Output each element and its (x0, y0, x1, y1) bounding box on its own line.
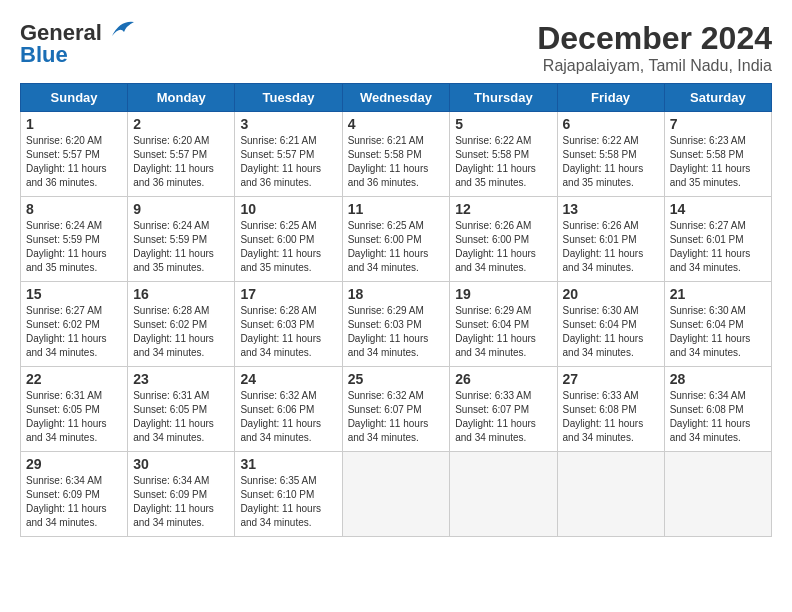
weekday-header: Wednesday (342, 84, 450, 112)
day-info: Sunrise: 6:20 AM Sunset: 5:57 PM Dayligh… (133, 134, 229, 190)
logo-blue: Blue (20, 42, 68, 68)
calendar-day-cell: 18Sunrise: 6:29 AM Sunset: 6:03 PM Dayli… (342, 282, 450, 367)
day-number: 5 (455, 116, 551, 132)
weekday-header: Monday (128, 84, 235, 112)
day-number: 29 (26, 456, 122, 472)
calendar-body: 1Sunrise: 6:20 AM Sunset: 5:57 PM Daylig… (21, 112, 772, 537)
day-number: 15 (26, 286, 122, 302)
day-info: Sunrise: 6:34 AM Sunset: 6:09 PM Dayligh… (133, 474, 229, 530)
logo: General Blue (20, 20, 136, 68)
day-info: Sunrise: 6:28 AM Sunset: 6:02 PM Dayligh… (133, 304, 229, 360)
calendar-day-cell: 10Sunrise: 6:25 AM Sunset: 6:00 PM Dayli… (235, 197, 342, 282)
day-number: 30 (133, 456, 229, 472)
day-number: 9 (133, 201, 229, 217)
day-info: Sunrise: 6:31 AM Sunset: 6:05 PM Dayligh… (26, 389, 122, 445)
calendar-day-cell: 13Sunrise: 6:26 AM Sunset: 6:01 PM Dayli… (557, 197, 664, 282)
day-number: 8 (26, 201, 122, 217)
day-info: Sunrise: 6:21 AM Sunset: 5:57 PM Dayligh… (240, 134, 336, 190)
day-number: 17 (240, 286, 336, 302)
weekday-header: Sunday (21, 84, 128, 112)
weekday-header: Friday (557, 84, 664, 112)
calendar-day-cell: 12Sunrise: 6:26 AM Sunset: 6:00 PM Dayli… (450, 197, 557, 282)
day-info: Sunrise: 6:25 AM Sunset: 6:00 PM Dayligh… (240, 219, 336, 275)
day-number: 16 (133, 286, 229, 302)
day-info: Sunrise: 6:26 AM Sunset: 6:01 PM Dayligh… (563, 219, 659, 275)
calendar-week-row: 15Sunrise: 6:27 AM Sunset: 6:02 PM Dayli… (21, 282, 772, 367)
day-info: Sunrise: 6:22 AM Sunset: 5:58 PM Dayligh… (563, 134, 659, 190)
day-info: Sunrise: 6:24 AM Sunset: 5:59 PM Dayligh… (26, 219, 122, 275)
day-number: 31 (240, 456, 336, 472)
calendar-day-cell: 3Sunrise: 6:21 AM Sunset: 5:57 PM Daylig… (235, 112, 342, 197)
calendar-day-cell: 6Sunrise: 6:22 AM Sunset: 5:58 PM Daylig… (557, 112, 664, 197)
calendar-subtitle: Rajapalaiyam, Tamil Nadu, India (537, 57, 772, 75)
calendar-day-cell: 8Sunrise: 6:24 AM Sunset: 5:59 PM Daylig… (21, 197, 128, 282)
calendar-day-cell: 28Sunrise: 6:34 AM Sunset: 6:08 PM Dayli… (664, 367, 771, 452)
page-header: General Blue December 2024 Rajapalaiyam,… (20, 20, 772, 75)
day-number: 26 (455, 371, 551, 387)
day-info: Sunrise: 6:34 AM Sunset: 6:08 PM Dayligh… (670, 389, 766, 445)
day-number: 10 (240, 201, 336, 217)
day-number: 28 (670, 371, 766, 387)
calendar-day-cell: 31Sunrise: 6:35 AM Sunset: 6:10 PM Dayli… (235, 452, 342, 537)
day-number: 7 (670, 116, 766, 132)
calendar-day-cell: 9Sunrise: 6:24 AM Sunset: 5:59 PM Daylig… (128, 197, 235, 282)
day-info: Sunrise: 6:22 AM Sunset: 5:58 PM Dayligh… (455, 134, 551, 190)
day-info: Sunrise: 6:21 AM Sunset: 5:58 PM Dayligh… (348, 134, 445, 190)
day-number: 23 (133, 371, 229, 387)
day-info: Sunrise: 6:27 AM Sunset: 6:02 PM Dayligh… (26, 304, 122, 360)
day-number: 3 (240, 116, 336, 132)
day-number: 22 (26, 371, 122, 387)
day-info: Sunrise: 6:34 AM Sunset: 6:09 PM Dayligh… (26, 474, 122, 530)
day-info: Sunrise: 6:30 AM Sunset: 6:04 PM Dayligh… (670, 304, 766, 360)
calendar-table: SundayMondayTuesdayWednesdayThursdayFrid… (20, 83, 772, 537)
calendar-day-cell: 14Sunrise: 6:27 AM Sunset: 6:01 PM Dayli… (664, 197, 771, 282)
day-number: 18 (348, 286, 445, 302)
calendar-day-cell: 2Sunrise: 6:20 AM Sunset: 5:57 PM Daylig… (128, 112, 235, 197)
weekday-header: Tuesday (235, 84, 342, 112)
day-info: Sunrise: 6:27 AM Sunset: 6:01 PM Dayligh… (670, 219, 766, 275)
day-info: Sunrise: 6:32 AM Sunset: 6:06 PM Dayligh… (240, 389, 336, 445)
day-number: 24 (240, 371, 336, 387)
calendar-week-row: 22Sunrise: 6:31 AM Sunset: 6:05 PM Dayli… (21, 367, 772, 452)
calendar-week-row: 8Sunrise: 6:24 AM Sunset: 5:59 PM Daylig… (21, 197, 772, 282)
calendar-day-cell: 27Sunrise: 6:33 AM Sunset: 6:08 PM Dayli… (557, 367, 664, 452)
day-info: Sunrise: 6:28 AM Sunset: 6:03 PM Dayligh… (240, 304, 336, 360)
calendar-day-cell: 19Sunrise: 6:29 AM Sunset: 6:04 PM Dayli… (450, 282, 557, 367)
title-block: December 2024 Rajapalaiyam, Tamil Nadu, … (537, 20, 772, 75)
day-info: Sunrise: 6:24 AM Sunset: 5:59 PM Dayligh… (133, 219, 229, 275)
day-info: Sunrise: 6:29 AM Sunset: 6:04 PM Dayligh… (455, 304, 551, 360)
calendar-day-cell: 26Sunrise: 6:33 AM Sunset: 6:07 PM Dayli… (450, 367, 557, 452)
calendar-day-cell: 5Sunrise: 6:22 AM Sunset: 5:58 PM Daylig… (450, 112, 557, 197)
calendar-day-cell: 16Sunrise: 6:28 AM Sunset: 6:02 PM Dayli… (128, 282, 235, 367)
calendar-day-cell: 24Sunrise: 6:32 AM Sunset: 6:06 PM Dayli… (235, 367, 342, 452)
calendar-day-cell: 25Sunrise: 6:32 AM Sunset: 6:07 PM Dayli… (342, 367, 450, 452)
logo-bird-icon (104, 18, 136, 40)
weekday-header: Thursday (450, 84, 557, 112)
day-info: Sunrise: 6:33 AM Sunset: 6:07 PM Dayligh… (455, 389, 551, 445)
calendar-week-row: 1Sunrise: 6:20 AM Sunset: 5:57 PM Daylig… (21, 112, 772, 197)
calendar-day-cell: 1Sunrise: 6:20 AM Sunset: 5:57 PM Daylig… (21, 112, 128, 197)
calendar-title: December 2024 (537, 20, 772, 57)
day-number: 6 (563, 116, 659, 132)
calendar-day-cell (664, 452, 771, 537)
day-info: Sunrise: 6:29 AM Sunset: 6:03 PM Dayligh… (348, 304, 445, 360)
day-number: 12 (455, 201, 551, 217)
day-number: 27 (563, 371, 659, 387)
day-number: 20 (563, 286, 659, 302)
day-info: Sunrise: 6:32 AM Sunset: 6:07 PM Dayligh… (348, 389, 445, 445)
calendar-header: SundayMondayTuesdayWednesdayThursdayFrid… (21, 84, 772, 112)
day-number: 11 (348, 201, 445, 217)
calendar-day-cell (557, 452, 664, 537)
day-info: Sunrise: 6:20 AM Sunset: 5:57 PM Dayligh… (26, 134, 122, 190)
day-number: 13 (563, 201, 659, 217)
day-number: 4 (348, 116, 445, 132)
calendar-week-row: 29Sunrise: 6:34 AM Sunset: 6:09 PM Dayli… (21, 452, 772, 537)
calendar-day-cell: 15Sunrise: 6:27 AM Sunset: 6:02 PM Dayli… (21, 282, 128, 367)
day-number: 14 (670, 201, 766, 217)
calendar-day-cell: 4Sunrise: 6:21 AM Sunset: 5:58 PM Daylig… (342, 112, 450, 197)
calendar-day-cell: 29Sunrise: 6:34 AM Sunset: 6:09 PM Dayli… (21, 452, 128, 537)
calendar-day-cell (342, 452, 450, 537)
calendar-day-cell: 30Sunrise: 6:34 AM Sunset: 6:09 PM Dayli… (128, 452, 235, 537)
day-number: 1 (26, 116, 122, 132)
day-info: Sunrise: 6:23 AM Sunset: 5:58 PM Dayligh… (670, 134, 766, 190)
